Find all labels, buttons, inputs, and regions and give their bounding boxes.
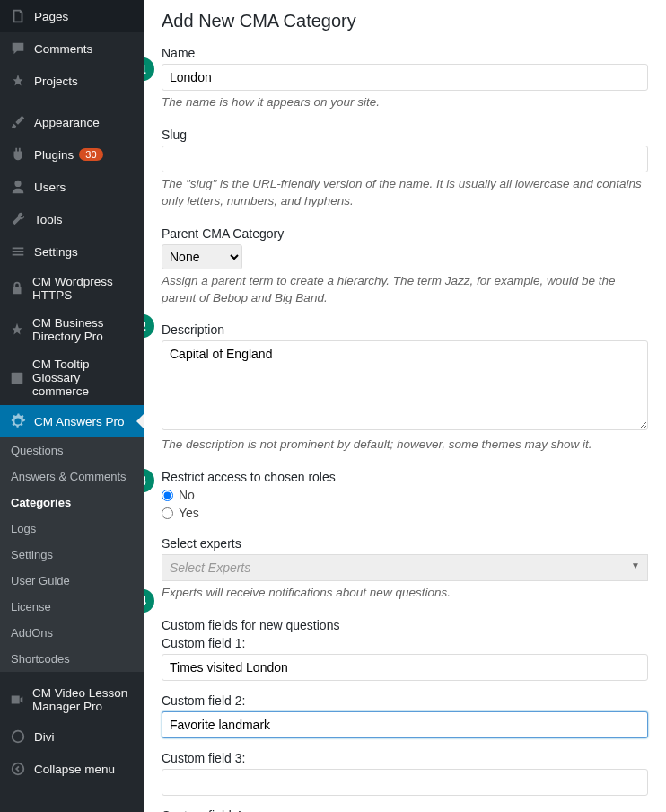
sidebar-item-users[interactable]: Users [0, 171, 144, 203]
comments-icon [9, 40, 27, 57]
user-icon [9, 178, 27, 196]
cf1-input[interactable] [162, 654, 648, 681]
slug-label: Slug [162, 128, 648, 142]
custom-heading: Custom fields for new questions [162, 618, 648, 632]
cf2-input[interactable] [162, 711, 648, 738]
sidebar-item-plugins[interactable]: Plugins30 [0, 138, 144, 171]
field-parent: Parent CMA Category None Assign a parent… [162, 226, 648, 307]
annotation-badge-4: 4 [144, 589, 154, 613]
sidebar-item-label: CM Tooltip Glossary commerce [32, 357, 135, 398]
sidebar-item-comments[interactable]: Comments [0, 32, 144, 65]
pages-icon [9, 7, 27, 25]
submenu-user-guide[interactable]: User Guide [0, 568, 144, 594]
field-name: Name The name is how it appears on your … [162, 46, 648, 111]
sidebar-item-cm-glossary[interactable]: CM Tooltip Glossary commerce [0, 350, 144, 405]
collapse-icon [9, 760, 27, 778]
wrench-icon [9, 210, 27, 228]
field-description: Description Capital of England The descr… [162, 322, 648, 454]
sidebar-item-cm-https[interactable]: CM Wordpress HTTPS [0, 268, 144, 309]
svg-point-0 [14, 181, 21, 187]
submenu-shortcodes[interactable]: Shortcodes [0, 646, 144, 672]
cf4-label: Custom field 4: [162, 808, 648, 812]
sidebar-item-label: Users [34, 181, 66, 194]
submenu-addons[interactable]: AddOns [0, 620, 144, 646]
main-content: 1 2 3 4 Add New CMA Category Name The na… [144, 0, 666, 812]
field-restrict: Restrict access to chosen roles No Yes [162, 470, 648, 520]
submenu-categories[interactable]: Categories [0, 490, 144, 516]
field-slug: Slug The "slug" is the URL-friendly vers… [162, 128, 648, 210]
slug-input[interactable] [162, 146, 648, 172]
description-label: Description [162, 322, 648, 337]
sidebar-item-projects[interactable]: Projects [0, 65, 144, 97]
experts-label: Select experts [162, 536, 648, 551]
submenu-questions[interactable]: Questions [0, 437, 144, 463]
sidebar-item-label: Pages [34, 10, 68, 23]
plugin-count-badge: 30 [79, 148, 102, 161]
video-icon [9, 691, 25, 709]
admin-sidebar: Pages Comments Projects Appearance Plugi… [0, 0, 144, 812]
page-title: Add New CMA Category [162, 11, 648, 31]
slug-help: The "slug" is the URL-friendly version o… [162, 176, 648, 210]
submenu-answers-comments[interactable]: Answers & Comments [0, 463, 144, 490]
sidebar-item-label: CM Wordpress HTTPS [32, 275, 135, 302]
restrict-no-label: No [179, 488, 195, 502]
sidebar-item-label: Comments [34, 42, 92, 56]
restrict-yes-label: Yes [179, 506, 199, 520]
submenu: Questions Answers & Comments Categories … [0, 437, 144, 672]
annotation-badge-2: 2 [144, 314, 154, 338]
pin-icon [9, 321, 25, 339]
plugin-icon [9, 146, 27, 163]
name-help: The name is how it appears on your site. [162, 94, 648, 111]
parent-label: Parent CMA Category [162, 226, 648, 241]
svg-rect-1 [12, 372, 23, 384]
sidebar-item-label: Tools [34, 213, 63, 226]
brush-icon [9, 113, 27, 131]
sidebar-item-cm-directory[interactable]: CM Business Directory Pro [0, 309, 144, 350]
restrict-label: Restrict access to chosen roles [162, 470, 648, 484]
description-help: The description is not prominent by defa… [162, 437, 648, 454]
field-custom: Custom fields for new questions Custom f… [162, 618, 648, 812]
submenu-license[interactable]: License [0, 594, 144, 620]
sidebar-item-settings[interactable]: Settings [0, 235, 144, 268]
name-label: Name [162, 46, 648, 60]
sidebar-item-label: Appearance [34, 116, 100, 129]
sidebar-item-label: Divi [34, 730, 55, 744]
cf3-input[interactable] [162, 769, 648, 796]
pin-icon [9, 72, 27, 90]
divi-icon [9, 728, 27, 746]
svg-point-3 [13, 763, 24, 775]
annotation-badge-3: 3 [144, 469, 154, 492]
cf3-label: Custom field 3: [162, 751, 648, 765]
glossary-icon [9, 369, 25, 387]
sidebar-item-label: CM Video Lesson Manager Pro [32, 686, 135, 713]
cf1-label: Custom field 1: [162, 636, 648, 650]
experts-help: Experts will receive notifications about… [162, 585, 648, 602]
sidebar-item-label: Collapse menu [34, 763, 115, 776]
parent-select[interactable]: None [162, 244, 242, 269]
sidebar-item-divi[interactable]: Divi [0, 720, 144, 753]
sidebar-item-tools[interactable]: Tools [0, 203, 144, 235]
sidebar-item-cm-video[interactable]: CM Video Lesson Manager Pro [0, 679, 144, 720]
cf2-label: Custom field 2: [162, 693, 648, 708]
sidebar-item-appearance[interactable]: Appearance [0, 106, 144, 138]
submenu-settings[interactable]: Settings [0, 542, 144, 568]
sidebar-item-collapse[interactable]: Collapse menu [0, 753, 144, 785]
lock-icon [9, 279, 25, 297]
sidebar-item-label: Projects [34, 75, 78, 88]
restrict-no-radio[interactable] [162, 490, 173, 501]
name-input[interactable] [162, 64, 648, 91]
sliders-icon [9, 243, 27, 260]
sidebar-item-label: CM Answers Pro [34, 415, 125, 428]
svg-point-2 [13, 731, 24, 743]
sidebar-item-label: Plugins [34, 148, 74, 162]
annotation-badge-1: 1 [144, 57, 154, 81]
sidebar-item-cm-answers[interactable]: CM Answers Pro [0, 405, 144, 437]
gear-icon [9, 412, 27, 430]
sidebar-item-label: CM Business Directory Pro [32, 316, 135, 343]
sidebar-item-pages[interactable]: Pages [0, 0, 144, 32]
restrict-yes-radio[interactable] [162, 508, 173, 519]
experts-select[interactable]: Select Experts [162, 554, 648, 581]
field-experts: Select experts Select Experts Experts wi… [162, 536, 648, 602]
submenu-logs[interactable]: Logs [0, 516, 144, 542]
description-textarea[interactable]: Capital of England [162, 340, 648, 430]
